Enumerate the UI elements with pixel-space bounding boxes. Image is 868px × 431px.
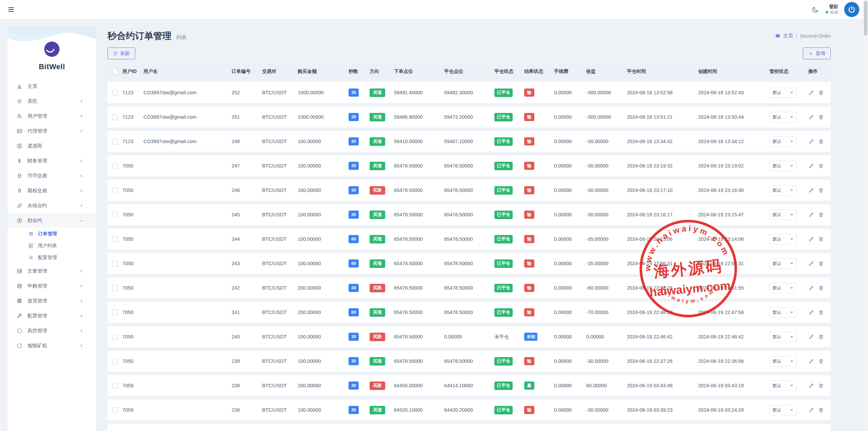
edit-button[interactable]	[808, 334, 814, 340]
row-checkbox[interactable]	[112, 334, 118, 340]
sidebar-subitem-9-1[interactable]: 用户列表	[7, 240, 96, 252]
row-checkbox[interactable]	[112, 212, 118, 218]
row-checkbox[interactable]	[112, 188, 118, 193]
sidebar-item-8[interactable]: 永续合约	[7, 198, 96, 213]
delete-button[interactable]	[818, 407, 824, 413]
delete-button[interactable]	[818, 114, 824, 120]
control-status-select[interactable]: 默认	[769, 136, 796, 147]
sidebar-item-9[interactable]: 秒合约	[7, 213, 96, 228]
control-status-select[interactable]: 默认	[769, 356, 796, 367]
row-checkbox[interactable]	[112, 358, 118, 364]
sidebar-item-2[interactable]: 用户管理	[7, 109, 96, 123]
sidebar-item-4[interactable]: 渠道商	[7, 138, 96, 153]
control-status-select[interactable]: 默认	[769, 283, 796, 293]
sidebar-item-11[interactable]: 申购管理	[7, 278, 96, 293]
row-checkbox[interactable]	[112, 285, 118, 291]
sidebar-item-6[interactable]: 币币交易	[7, 168, 96, 183]
row-checkbox[interactable]	[112, 310, 118, 315]
sidebar: BitWell 主页系统用户管理代理管理渠道商财务管理币币交易期权交易永续合约秒…	[7, 26, 96, 431]
row-checkbox[interactable]	[112, 90, 118, 96]
delete-button[interactable]	[818, 212, 824, 218]
avatar[interactable]	[844, 2, 859, 17]
edit-button[interactable]	[808, 383, 814, 389]
row-checkbox[interactable]	[112, 139, 118, 144]
scrollbar-thumb[interactable]	[864, 1, 867, 36]
sidebar-item-0[interactable]: 主页	[7, 79, 96, 94]
add-button[interactable]: 新增	[803, 47, 831, 59]
badge: 60	[349, 259, 359, 268]
edit-button[interactable]	[808, 285, 814, 291]
delete-button[interactable]	[818, 358, 824, 364]
chevron-down-icon	[79, 218, 84, 223]
sidebar-item-3[interactable]: 代理管理	[7, 123, 96, 138]
sidebar-item-5[interactable]: 财务管理	[7, 153, 96, 168]
sidebar-item-13[interactable]: 配置管理	[7, 308, 96, 323]
control-status-select[interactable]: 默认	[769, 161, 796, 171]
row-checkbox[interactable]	[112, 114, 118, 120]
edit-button[interactable]	[808, 358, 814, 364]
control-status-select[interactable]: 默认	[769, 87, 796, 98]
sidebar-item-1[interactable]: 系统	[7, 94, 96, 109]
sidebar-toggle-button[interactable]	[6, 4, 16, 15]
edit-button[interactable]	[808, 139, 814, 144]
dark-mode-toggle[interactable]	[811, 5, 820, 14]
cell-amount: 100.00000	[298, 261, 349, 266]
edit-button[interactable]	[808, 188, 814, 193]
sidebar-subitem-9-2[interactable]: 配置管理	[7, 252, 96, 263]
edit-button[interactable]	[808, 90, 814, 96]
dot-circle-icon	[17, 218, 22, 223]
row-checkbox[interactable]	[112, 261, 118, 267]
delete-button[interactable]	[818, 90, 824, 96]
sidebar-item-15[interactable]: 智能矿机	[7, 338, 96, 353]
edit-button[interactable]	[808, 407, 814, 413]
sidebar-item-7[interactable]: 期权交易	[7, 183, 96, 198]
control-status-select[interactable]: 默认	[769, 185, 796, 196]
badge: 30	[349, 162, 359, 170]
breadcrumb-home-link[interactable]: 主页	[783, 33, 793, 39]
user-info[interactable]: 發財 在线	[826, 4, 838, 15]
control-status-select[interactable]: 默认	[769, 112, 796, 122]
sidebar-item-10[interactable]: 文章管理	[7, 263, 96, 278]
pencil-icon	[808, 236, 814, 242]
row-checkbox[interactable]	[112, 407, 118, 413]
edit-button[interactable]	[808, 261, 814, 267]
cell-seconds: 30	[349, 211, 370, 219]
delete-button[interactable]	[818, 285, 824, 291]
delete-button[interactable]	[818, 261, 824, 267]
select-all-checkbox[interactable]	[112, 68, 118, 74]
cell-close_status: 已平仓	[494, 137, 524, 146]
control-status-select[interactable]: 默认	[769, 210, 796, 220]
cell-pair: BTC/USDT	[262, 285, 298, 291]
refresh-button[interactable]: 刷新	[107, 47, 135, 59]
control-status-select[interactable]: 默认	[769, 405, 796, 415]
cell-control: 默认	[769, 258, 808, 269]
delete-button[interactable]	[818, 383, 824, 389]
sidebar-item-14[interactable]: 风控管理	[7, 323, 96, 338]
sidebar-item-label: 文章管理	[27, 268, 79, 274]
edit-button[interactable]	[808, 163, 814, 169]
edit-button[interactable]	[808, 212, 814, 218]
delete-button[interactable]	[818, 139, 824, 144]
edit-button[interactable]	[808, 310, 814, 315]
delete-button[interactable]	[818, 334, 824, 340]
sidebar-subitem-9-0[interactable]: 订单管理	[7, 228, 96, 240]
delete-button[interactable]	[818, 188, 824, 193]
control-status-select[interactable]: 默认	[769, 234, 796, 244]
page-scrollbar[interactable]	[863, 0, 868, 431]
row-checkbox[interactable]	[112, 236, 118, 242]
row-checkbox[interactable]	[112, 163, 118, 169]
control-status-select[interactable]: 默认	[769, 307, 796, 318]
cell-close_status: 已平仓	[494, 406, 524, 414]
control-status-select[interactable]: 默认	[769, 380, 796, 391]
edit-button[interactable]	[808, 114, 814, 120]
sidebar-item-12[interactable]: 首页管理	[7, 293, 96, 308]
control-status-select[interactable]: 默认	[769, 258, 796, 269]
row-checkbox[interactable]	[112, 383, 118, 389]
control-status-select[interactable]: 默认	[769, 332, 796, 342]
delete-button[interactable]	[818, 310, 824, 315]
delete-button[interactable]	[818, 236, 824, 242]
cell-check	[107, 285, 122, 291]
edit-button[interactable]	[808, 236, 814, 242]
delete-button[interactable]	[818, 163, 824, 169]
table-row-partial	[107, 424, 831, 431]
